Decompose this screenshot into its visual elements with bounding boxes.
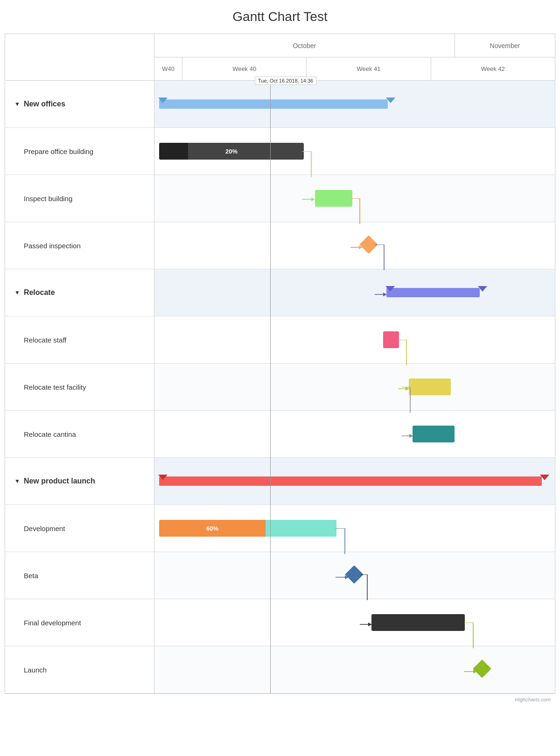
label-relocate-staff: Relocate staff [5,316,154,364]
label-prepare-office: Prepare office building [5,128,154,175]
week-header: W40 Week 40 Week 41 Week 42 [154,57,555,81]
row-development: 60% [154,505,555,552]
label-inspect-building: Inspect building [5,175,154,222]
header-spacer [5,34,154,81]
prepare-bar-label: 20% [159,148,304,155]
row-new-product [154,458,555,505]
label-relocate-cantina: Relocate cantina [5,411,154,458]
chart-area: October November W40 Week 40 Week 41 We [154,34,555,693]
svg-marker-7 [473,670,477,673]
label-new-product: ▼ New product launch [5,458,154,505]
connector-passed-down [375,245,393,270]
connector-beta-down [360,574,374,600]
connector-passed-arrow [350,245,364,250]
connector-inspect-arrow [302,196,316,202]
connector-inspect-down [350,198,364,224]
chart-container: Gantt Chart Test ▼ New offices Prepare o… [0,0,560,716]
connector-finaldev-down [464,623,478,648]
week-42: Week 42 [431,57,555,80]
label-beta: Beta [5,552,154,599]
svg-marker-5 [345,575,349,579]
month-oct: October [154,34,455,57]
row-beta [154,552,555,599]
connector-launch-arrow [464,669,478,674]
row-new-offices [154,81,555,128]
label-column: ▼ New offices Prepare office building In… [5,34,154,693]
month-nov: November [455,34,555,57]
row-final-dev [154,599,555,646]
connector-test-down [402,387,416,413]
label-relocate-test: Relocate test facility [5,364,154,411]
triangle-icon: ▼ [14,101,20,107]
connector-dev-down [336,528,354,554]
week-41: Week 41 [307,57,431,80]
highcharts-credit: Highcharts.com [5,694,555,702]
connector-staff-down [398,340,412,365]
row-relocate-test [154,364,555,411]
gantt-wrapper: ▼ New offices Prepare office building In… [5,34,555,694]
dev-bar-label: 60% [206,525,218,532]
row-area: Tue, Oct 16 2018, 14:36 20% [154,81,555,693]
label-final-dev: Final development [5,599,154,646]
connector-relocate-arrow [375,292,389,297]
row-launch [154,646,555,693]
label-launch: Launch [5,646,154,693]
triangle-icon-3: ▼ [14,478,20,484]
row-inspect-building [154,175,555,222]
row-relocate [154,269,555,316]
svg-marker-6 [368,623,372,626]
row-relocate-staff [154,316,555,364]
month-header: October November [154,34,555,57]
svg-marker-2 [383,293,387,296]
label-passed-inspection: Passed inspection [5,222,154,269]
connector-beta-arrow [336,574,350,580]
chart-title: Gantt Chart Test [5,9,555,24]
label-new-offices: ▼ New offices [5,81,154,128]
connector-cantina-arrow [402,433,416,439]
triangle-icon-2: ▼ [14,289,20,296]
row-passed-inspection [154,222,555,269]
svg-marker-4 [409,434,413,438]
row-relocate-cantina [154,411,555,458]
svg-marker-0 [311,197,315,201]
svg-marker-1 [359,245,363,249]
label-development: Development [5,505,154,552]
row-prepare-office: 20% [154,128,555,175]
connector-finaldev-arrow [360,622,374,627]
today-label: Tue, Oct 16 2018, 14:36 [258,78,313,84]
connector-prepare [302,151,321,177]
label-relocate: ▼ Relocate [5,269,154,316]
week-w40: W40 [154,57,182,80]
